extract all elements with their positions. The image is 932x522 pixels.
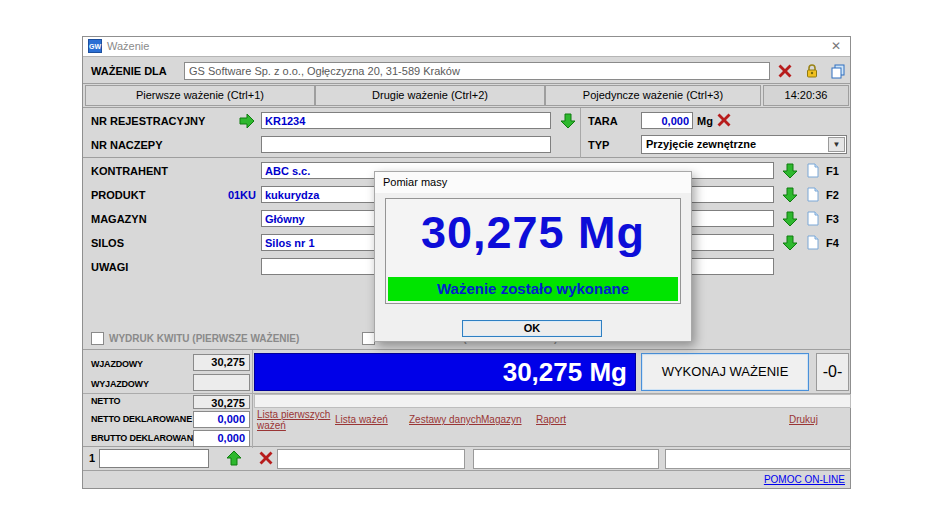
window-title: Ważenie — [107, 40, 149, 52]
cancel-icon[interactable] — [777, 63, 793, 79]
wykonaj-wazenie-button[interactable]: WYKONAJ WAŻENIE — [641, 353, 809, 391]
secondary-display — [254, 394, 851, 408]
brutto-deklarowane-input[interactable]: 0,000 — [193, 430, 250, 447]
lock-icon[interactable] — [804, 63, 820, 79]
fkey-hint: F2 — [826, 189, 839, 201]
link-lista-wazen[interactable]: Lista ważeń — [335, 414, 388, 425]
measurement-panel: 30,275 Mg Ważenie zostało wykonane — [385, 198, 681, 304]
weight-display: 30,275 Mg — [254, 353, 636, 391]
divider — [252, 350, 253, 448]
delete-row-icon[interactable] — [258, 450, 274, 466]
trailer-number-input[interactable] — [261, 136, 551, 153]
ok-button[interactable]: OK — [462, 320, 602, 337]
tara-unit-label: Mg — [697, 115, 713, 127]
arrow-down-icon[interactable] — [782, 163, 798, 179]
fkey-hint: F4 — [826, 237, 839, 249]
wazenie-dla-label: WAŻENIE DLA — [91, 65, 167, 77]
tara-clear-icon[interactable] — [716, 112, 732, 128]
first-weighing-print-checkbox[interactable] — [91, 332, 104, 345]
arrow-up-icon[interactable] — [226, 450, 242, 466]
first-weighing-print-label: WYDRUK KWITU (PIERWSZE WAŻENIE) — [109, 333, 299, 344]
netto-value: 30,275 — [193, 395, 250, 409]
tab-single-weighing[interactable]: Pojedyncze ważenie (Ctrl+3) — [545, 85, 761, 106]
item-row-number: 1 — [89, 452, 95, 464]
wjazdowy-label: WJAZDOWY — [91, 359, 143, 369]
typ-dropdown[interactable]: Przyjęcie zewnętrzne ▼ — [641, 135, 847, 154]
wyjazdowy-label: WYJAZDOWY — [91, 379, 149, 389]
pomoc-online-link[interactable]: POMOC ON-LINE — [764, 474, 845, 485]
wjazdowy-value: 30,275 — [193, 354, 250, 371]
pomiar-masy-dialog: Pomiar masy 30,275 Mg Ważenie zostało wy… — [374, 171, 692, 342]
trailer-number-label: NR NACZEPY — [91, 139, 163, 151]
typ-label: TYP — [588, 139, 609, 151]
measured-weight: 30,275 Mg — [386, 207, 680, 259]
document-icon[interactable] — [807, 235, 819, 250]
item-row: 1 — [83, 447, 850, 471]
status-banner: Ważenie zostało wykonane — [388, 277, 678, 301]
wazenie-dla-row: WAŻENIE DLA — [83, 56, 850, 84]
arrow-down-icon[interactable] — [782, 187, 798, 203]
produkt-label: PRODUKT — [91, 189, 145, 201]
copy-icon[interactable] — [830, 63, 846, 79]
document-icon[interactable] — [807, 211, 819, 226]
brutto-deklarowane-label: BRUTTO DEKLAROWANE — [91, 433, 199, 443]
title-bar: GW Ważenie ✕ — [83, 37, 850, 56]
item-cell — [665, 449, 851, 469]
app-icon: GW — [88, 39, 102, 53]
produkt-code: 01KU — [199, 189, 256, 201]
reg-number-input[interactable] — [261, 112, 551, 129]
dialog-title: Pomiar masy — [375, 172, 691, 193]
fkey-hint: F1 — [826, 165, 839, 177]
tara-label: TARA — [588, 115, 618, 127]
wyjazdowy-value — [193, 374, 250, 391]
document-icon[interactable] — [807, 163, 819, 178]
netto-label: NETTO — [91, 396, 120, 406]
fkey-hint: F3 — [826, 213, 839, 225]
vertical-divider — [580, 108, 581, 158]
arrow-right-icon — [239, 113, 255, 129]
reg-number-label: NR REJESTRACYJNY — [91, 115, 205, 127]
company-field[interactable] — [184, 62, 770, 80]
link-drukuj[interactable]: Drukuj — [789, 414, 818, 425]
wazenie-window: GW Ważenie ✕ WAŻENIE DLA Pierwsze ważeni… — [82, 36, 851, 489]
arrow-down-icon[interactable] — [782, 235, 798, 251]
netto-deklarowane-label: NETTO DEKLAROWANE — [91, 414, 192, 424]
arrow-down-icon[interactable] — [560, 113, 576, 129]
tab-first-weighing[interactable]: Pierwsze ważenie (Ctrl+1) — [85, 85, 315, 106]
tab-strip: Pierwsze ważenie (Ctrl+1) Drugie ważenie… — [83, 84, 850, 108]
zero-button[interactable]: -0- — [816, 353, 849, 391]
link-zestawy-danych[interactable]: Zestawy danych — [409, 414, 481, 425]
arrow-down-icon[interactable] — [782, 211, 798, 227]
item-cell — [277, 449, 465, 469]
document-icon[interactable] — [807, 187, 819, 202]
magazyn-label: MAGAZYN — [91, 213, 147, 225]
kontrahent-label: KONTRAHENT — [91, 165, 168, 177]
silos-label: SILOS — [91, 237, 124, 249]
window-close-icon[interactable]: ✕ — [831, 39, 841, 53]
tara-input[interactable] — [641, 112, 693, 129]
chevron-down-icon[interactable]: ▼ — [828, 137, 845, 152]
netto-deklarowane-input[interactable]: 0,000 — [193, 411, 250, 428]
link-raport[interactable]: Raport — [536, 414, 566, 425]
registration-area: NR REJESTRACYJNY NR NACZEPY TARA Mg TYP … — [83, 108, 850, 158]
link-magazyn[interactable]: Magazyn — [481, 414, 522, 425]
tab-second-weighing[interactable]: Drugie ważenie (Ctrl+2) — [315, 85, 545, 106]
item-cell — [473, 449, 659, 469]
clock-display: 14:20:36 — [763, 85, 849, 106]
item-input[interactable] — [99, 449, 209, 468]
link-lista-pierwszych-wazen[interactable]: Lista pierwszych ważeń — [257, 409, 343, 431]
uwagi-label: UWAGI — [91, 261, 128, 273]
typ-dropdown-value: Przyjęcie zewnętrzne — [646, 138, 756, 150]
